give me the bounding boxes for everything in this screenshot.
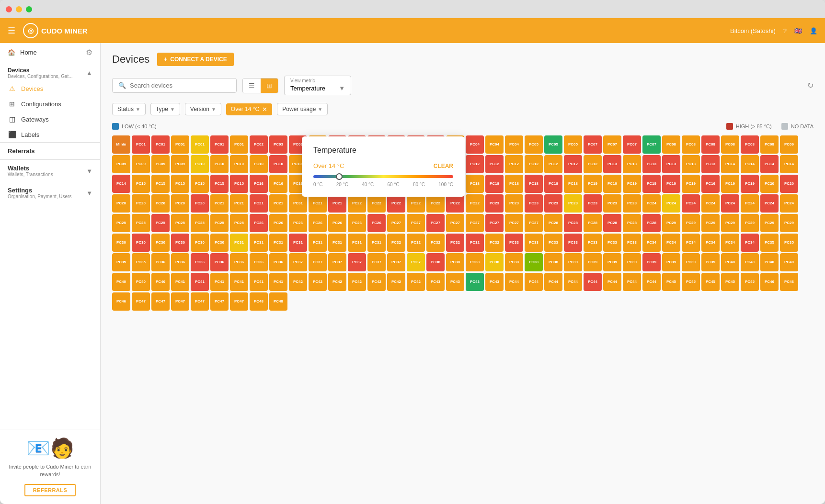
device-tile[interactable]: PC36: [210, 253, 229, 271]
device-tile[interactable]: PC36: [151, 253, 170, 271]
device-tile[interactable]: PC23: [584, 194, 602, 213]
device-tile[interactable]: PC08: [701, 135, 720, 154]
device-tile[interactable]: PC44: [642, 273, 661, 291]
device-tile[interactable]: PC15: [191, 175, 209, 193]
grid-view-button[interactable]: ⊞: [261, 78, 278, 93]
device-tile[interactable]: PC47: [191, 292, 209, 311]
user-icon[interactable]: 👤: [810, 27, 817, 34]
device-tile[interactable]: PC08: [662, 135, 680, 154]
device-tile[interactable]: PC31: [250, 234, 268, 252]
device-tile[interactable]: PC42: [289, 273, 307, 291]
device-tile[interactable]: PC32: [387, 234, 405, 252]
device-tile[interactable]: PC24: [701, 194, 720, 213]
device-tile[interactable]: PC14: [780, 155, 798, 173]
device-tile[interactable]: PC34: [721, 234, 739, 252]
device-tile[interactable]: PC22: [407, 194, 425, 213]
device-tile[interactable]: PC39: [642, 253, 661, 271]
device-tile[interactable]: PC14: [741, 155, 759, 173]
device-tile[interactable]: PC01: [210, 135, 229, 154]
device-tile[interactable]: PC01: [230, 135, 248, 154]
device-tile[interactable]: PC44: [525, 273, 543, 291]
device-tile[interactable]: PC23: [485, 194, 504, 213]
device-tile[interactable]: PC38: [485, 253, 504, 271]
device-tile[interactable]: PC07: [603, 135, 621, 154]
device-tile[interactable]: PC13: [603, 155, 621, 173]
device-tile[interactable]: PC18: [544, 175, 562, 193]
device-tile[interactable]: PC07: [584, 135, 602, 154]
device-tile[interactable]: PC01: [132, 135, 150, 154]
device-tile[interactable]: PC39: [564, 253, 582, 271]
device-tile[interactable]: PC21: [210, 194, 229, 213]
device-tile[interactable]: PC33: [525, 234, 543, 252]
device-tile[interactable]: PC27: [446, 214, 464, 232]
device-tile[interactable]: PC29: [701, 214, 720, 232]
device-tile[interactable]: PC42: [348, 273, 366, 291]
device-tile[interactable]: PC24: [721, 194, 739, 213]
device-tile[interactable]: PC13: [682, 155, 700, 173]
device-tile[interactable]: PC36: [191, 253, 209, 271]
device-tile[interactable]: PC44: [623, 273, 641, 291]
device-tile[interactable]: PC09: [132, 155, 150, 173]
device-tile[interactable]: PC38: [544, 253, 562, 271]
device-tile[interactable]: PC20: [191, 194, 209, 213]
device-tile[interactable]: PC20: [151, 194, 170, 213]
device-tile[interactable]: PC44: [584, 273, 602, 291]
device-tile[interactable]: PC45: [701, 273, 720, 291]
device-tile[interactable]: PC18: [564, 175, 582, 193]
device-tile[interactable]: PC28: [642, 214, 661, 232]
device-tile[interactable]: PC37: [309, 253, 327, 271]
device-tile[interactable]: PC22: [367, 194, 386, 213]
device-tile[interactable]: PC12: [564, 155, 582, 173]
device-tile[interactable]: PC27: [426, 214, 445, 232]
device-tile[interactable]: PC35: [780, 234, 798, 252]
device-tile[interactable]: PC01: [171, 135, 189, 154]
device-tile[interactable]: PC15: [132, 175, 150, 193]
device-tile[interactable]: PC40: [780, 253, 798, 271]
referral-button[interactable]: REFERRALS: [24, 484, 76, 496]
device-tile[interactable]: PC22: [446, 194, 464, 213]
device-tile[interactable]: PC24: [741, 194, 759, 213]
device-tile[interactable]: PC32: [426, 234, 445, 252]
device-tile[interactable]: PC13: [662, 155, 680, 173]
device-tile[interactable]: PC12: [584, 155, 602, 173]
device-tile[interactable]: PC26: [289, 214, 307, 232]
device-tile[interactable]: PC31: [230, 234, 248, 252]
device-tile[interactable]: PC26: [269, 214, 287, 232]
device-tile[interactable]: PC23: [564, 194, 582, 213]
device-tile[interactable]: PC40: [760, 253, 779, 271]
active-filter-temp[interactable]: Over 14 °C ✕: [226, 103, 272, 115]
device-tile[interactable]: PC19: [682, 175, 700, 193]
device-tile[interactable]: PC41: [171, 273, 189, 291]
device-tile[interactable]: PC03: [269, 135, 287, 154]
device-tile[interactable]: PC40: [741, 253, 759, 271]
power-usage-filter[interactable]: Power usage ▼: [277, 103, 328, 115]
device-tile[interactable]: PC29: [741, 214, 759, 232]
device-tile[interactable]: PC34: [642, 234, 661, 252]
device-tile[interactable]: PC28: [603, 214, 621, 232]
device-tile[interactable]: PC39: [584, 253, 602, 271]
device-tile[interactable]: PC23: [505, 194, 523, 213]
device-tile[interactable]: PC34: [662, 234, 680, 252]
close-button[interactable]: [6, 6, 12, 12]
device-tile[interactable]: PC22: [426, 194, 445, 213]
refresh-button[interactable]: ↻: [807, 81, 814, 90]
device-tile[interactable]: PC27: [505, 214, 523, 232]
device-tile[interactable]: PC18: [466, 175, 484, 193]
device-tile[interactable]: PC04: [485, 135, 504, 154]
device-tile[interactable]: PC10: [250, 155, 268, 173]
device-tile[interactable]: PC30: [112, 234, 130, 252]
device-tile[interactable]: PC42: [328, 273, 346, 291]
device-tile[interactable]: PC29: [760, 214, 779, 232]
temp-clear-button[interactable]: CLEAR: [434, 163, 453, 169]
device-tile[interactable]: PC36: [250, 253, 268, 271]
device-tile[interactable]: PC36: [269, 253, 287, 271]
maximize-button[interactable]: [26, 6, 32, 12]
device-tile[interactable]: PC07: [623, 135, 641, 154]
device-tile[interactable]: PC25: [171, 214, 189, 232]
device-tile[interactable]: PC37: [407, 253, 425, 271]
device-tile[interactable]: PC40: [132, 273, 150, 291]
device-tile[interactable]: PC04: [505, 135, 523, 154]
status-filter[interactable]: Status ▼: [112, 103, 146, 115]
device-tile[interactable]: PC39: [701, 253, 720, 271]
device-tile[interactable]: PC35: [760, 234, 779, 252]
